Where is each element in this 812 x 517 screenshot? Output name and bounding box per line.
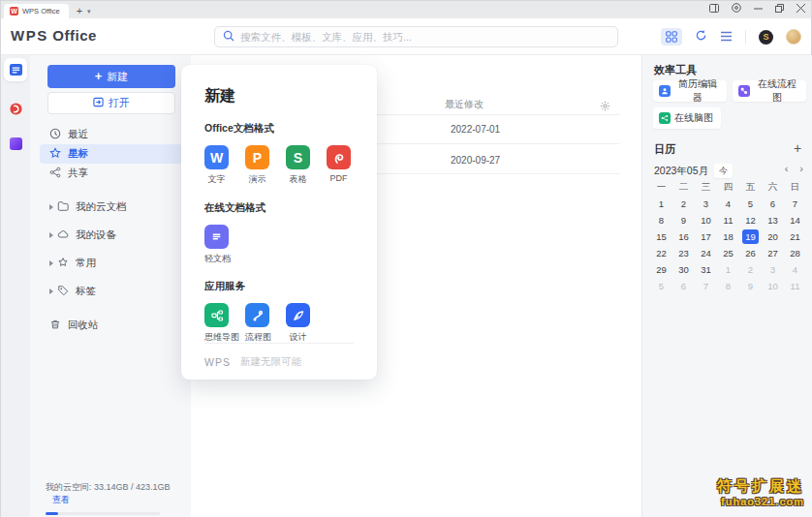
settings-circle-icon[interactable]: [732, 3, 741, 13]
vip-badge-icon[interactable]: S: [759, 30, 773, 45]
sidebar-item-my-devices[interactable]: 我的设备: [40, 226, 183, 245]
calendar-day[interactable]: 2: [672, 196, 695, 212]
restore-button[interactable]: [775, 4, 784, 13]
calendar-day[interactable]: 9: [739, 278, 762, 294]
sidebar-item-frequent[interactable]: 常用: [40, 254, 183, 273]
design-icon: [286, 303, 310, 327]
calendar-today-button[interactable]: 今: [714, 164, 733, 178]
new-light-doc[interactable]: 轻文档: [204, 225, 229, 265]
calendar-day[interactable]: 4: [784, 261, 806, 278]
resume-editor-button[interactable]: 简历编辑器: [653, 80, 727, 102]
expand-caret-icon[interactable]: [49, 260, 53, 266]
calendar-day[interactable]: 12: [739, 212, 762, 228]
menu-hamburger-icon[interactable]: [720, 28, 733, 46]
side-panel-icon[interactable]: [709, 4, 719, 13]
calendar-day[interactable]: 22: [650, 245, 672, 261]
calendar-day[interactable]: 5: [650, 278, 672, 294]
calendar-day[interactable]: 31: [695, 261, 717, 278]
expand-caret-icon[interactable]: [49, 204, 53, 210]
calendar-day[interactable]: 1: [717, 261, 739, 278]
new-writer-doc[interactable]: W 文字: [204, 145, 229, 186]
calendar-next-icon[interactable]: ›: [799, 163, 803, 174]
section-online-formats: 在线文档格式: [204, 201, 354, 215]
calendar-day[interactable]: 11: [717, 212, 739, 228]
app-tab[interactable]: W WPS Office: [4, 4, 69, 18]
share-icon: [49, 167, 61, 180]
calendar-day[interactable]: 9: [672, 212, 695, 228]
sidebar-item-recycle-bin[interactable]: 回收站: [40, 316, 183, 335]
calendar-day[interactable]: 7: [784, 196, 806, 212]
calendar-add-icon[interactable]: +: [794, 142, 801, 154]
calendar-day[interactable]: 2: [739, 261, 762, 278]
calendar-day[interactable]: 30: [672, 261, 695, 278]
calendar-day[interactable]: 8: [717, 278, 739, 294]
online-flowchart-button[interactable]: 在线流程图: [733, 80, 806, 102]
calendar-day[interactable]: 23: [672, 245, 695, 261]
calendar-day[interactable]: 3: [762, 261, 784, 278]
cloud-sync-icon[interactable]: [695, 28, 707, 46]
calendar-day[interactable]: 10: [762, 278, 784, 294]
calendar-day[interactable]: 1: [650, 196, 672, 212]
search-input[interactable]: [240, 31, 609, 43]
global-search[interactable]: [214, 26, 618, 47]
calendar-day[interactable]: 27: [762, 245, 784, 261]
header-separator: [745, 30, 746, 44]
sidebar-item-cloud-docs[interactable]: 我的云文档: [40, 198, 183, 217]
calendar-day[interactable]: 24: [695, 245, 717, 261]
list-settings-gear-icon[interactable]: [600, 98, 610, 115]
new-spreadsheet-doc[interactable]: S 表格: [286, 145, 310, 186]
calendar-day[interactable]: 13: [762, 212, 784, 228]
sidebar-item-recent[interactable]: 最近: [40, 125, 183, 144]
calendar-day[interactable]: 20: [762, 228, 784, 245]
minimize-button[interactable]: [754, 4, 763, 13]
calendar-day[interactable]: 11: [784, 278, 806, 294]
new-mindmap[interactable]: 思维导图: [204, 303, 229, 344]
open-file-button[interactable]: 打开: [47, 92, 175, 114]
calendar-day[interactable]: 26: [739, 245, 762, 261]
new-pdf-doc[interactable]: PDF: [327, 145, 351, 186]
online-mindmap-button[interactable]: 在线脑图: [653, 107, 721, 129]
calendar-day[interactable]: 14: [784, 212, 806, 228]
file-row-modified-date[interactable]: 2022-07-01: [451, 124, 500, 135]
sidebar-item-starred[interactable]: 星标: [40, 144, 183, 164]
file-row-modified-date[interactable]: 2020-09-27: [451, 155, 500, 166]
tab-list-caret-icon[interactable]: ▾: [87, 4, 91, 18]
calendar-day[interactable]: 6: [762, 196, 784, 212]
calendar-day[interactable]: 5: [739, 196, 762, 212]
expand-caret-icon[interactable]: [49, 232, 53, 238]
close-button[interactable]: [796, 4, 805, 13]
calendar-day[interactable]: 3: [695, 196, 717, 212]
calendar-day[interactable]: 28: [784, 245, 806, 261]
new-presentation-doc[interactable]: P 演示: [245, 145, 269, 186]
new-tab-button[interactable]: +: [77, 4, 82, 18]
star-icon: [49, 147, 61, 161]
calendar-day[interactable]: 7: [695, 278, 717, 294]
sidebar-item-shared[interactable]: 共享: [40, 164, 183, 183]
calendar-day[interactable]: 21: [784, 228, 806, 245]
calendar-prev-icon[interactable]: ‹: [785, 163, 789, 174]
calendar-day[interactable]: 6: [672, 278, 695, 294]
calendar-day[interactable]: 15: [650, 228, 672, 245]
calendar-day[interactable]: 29: [650, 261, 672, 278]
rail-docer-icon[interactable]: [4, 97, 27, 120]
new-flowchart[interactable]: 流程图: [245, 303, 269, 344]
calendar-day-selected[interactable]: 19: [742, 229, 759, 244]
storage-view-link[interactable]: 查看: [52, 495, 70, 504]
column-header-modified[interactable]: 最近修改: [445, 98, 484, 111]
user-avatar[interactable]: [786, 29, 801, 45]
expand-caret-icon[interactable]: [49, 289, 53, 294]
calendar-day[interactable]: 10: [695, 212, 717, 228]
calendar-day[interactable]: 8: [650, 212, 672, 228]
apps-grid-icon[interactable]: [661, 28, 682, 46]
calendar-day[interactable]: 18: [717, 228, 739, 245]
sidebar-item-tags[interactable]: 标签: [40, 282, 183, 301]
calendar-day[interactable]: 25: [717, 245, 739, 261]
new-design[interactable]: 设计: [286, 303, 310, 344]
right-panel: 效率工具 简历编辑器 在线流程图 在线脑图 日历 + 2023年05月 今 ‹ …: [641, 55, 812, 517]
calendar-day[interactable]: 17: [695, 228, 717, 245]
rail-apps-icon[interactable]: [4, 132, 27, 155]
new-document-button[interactable]: + 新建: [47, 65, 175, 88]
rail-docs-icon[interactable]: [4, 58, 27, 81]
calendar-day[interactable]: 16: [672, 228, 695, 245]
calendar-day[interactable]: 4: [717, 196, 739, 212]
